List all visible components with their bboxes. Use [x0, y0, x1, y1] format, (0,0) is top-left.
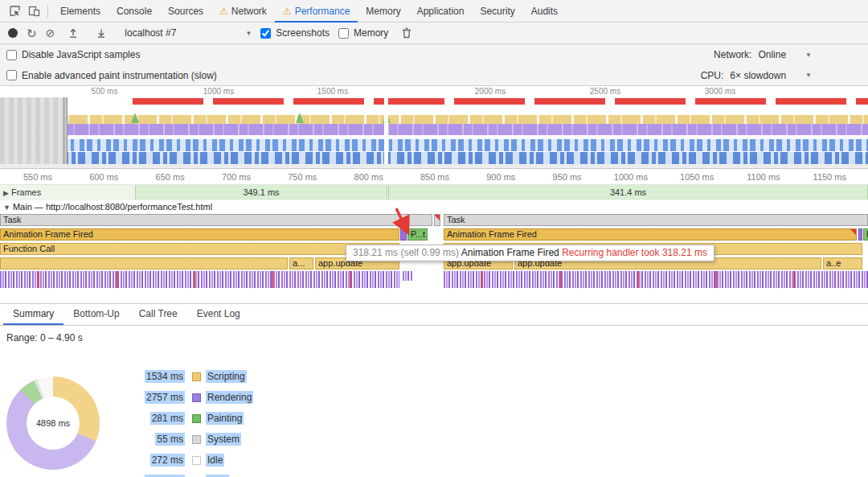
overview-tick: 3000 ms: [696, 87, 744, 96]
event-bar[interactable]: P: [863, 228, 868, 241]
chevron-down-icon: ▼: [805, 72, 812, 79]
clear-recording-button[interactable]: ⊘: [46, 27, 55, 39]
tab-network[interactable]: ⚠Network: [211, 0, 275, 23]
memory-label: Memory: [354, 27, 388, 39]
advanced-paint-toggle[interactable]: Enable advanced paint instrumentation (s…: [6, 70, 217, 81]
profile-select[interactable]: localhost #7 ▼: [125, 27, 252, 39]
donut-hole: 4898 ms: [27, 397, 80, 450]
memory-checkbox[interactable]: [338, 28, 349, 39]
overview-tick: 1000 ms: [194, 87, 243, 96]
frame-bar[interactable]: 349.1 ms: [135, 185, 387, 199]
legend-value: 55 ms: [155, 433, 185, 446]
paint-spike: [131, 113, 139, 123]
time-tick: 1050 ms: [667, 172, 714, 182]
disable-js-samples-checkbox[interactable]: [6, 50, 17, 60]
time-tick: 1100 ms: [734, 172, 780, 182]
chevron-down-icon: ▼: [245, 30, 252, 37]
trash-icon[interactable]: [397, 23, 416, 43]
tab-security[interactable]: Security: [472, 0, 522, 23]
frame-bar[interactable]: 341.4 ms: [388, 185, 868, 199]
timeline-overview[interactable]: 500 ms1000 ms1500 ms2000 ms2500 ms3000 m…: [0, 86, 868, 169]
tab-elements[interactable]: Elements: [52, 0, 108, 23]
legend-row: 1534 msScripting: [143, 366, 253, 387]
legend-label: Scripting: [206, 370, 247, 383]
tab-label: Security: [480, 6, 514, 17]
legend-swatch: [192, 414, 201, 423]
network-throttling-select[interactable]: Online ▼: [758, 49, 812, 60]
time-tick: 600 ms: [72, 172, 118, 182]
tab-label: Performance: [295, 6, 350, 17]
load-profile-icon[interactable]: [63, 23, 83, 43]
legend-row: 4898 msTotal: [143, 471, 253, 477]
tab-label: Network: [231, 6, 267, 17]
save-profile-icon[interactable]: [92, 23, 111, 43]
profile-select-value: localhost #7: [125, 27, 176, 39]
paint-spike: [296, 113, 304, 123]
tab-performance[interactable]: ⚠Performance: [275, 0, 358, 23]
cpu-throttling-value: 6× slowdown: [730, 70, 786, 81]
tab-audits[interactable]: Audits: [523, 0, 566, 23]
frames-track[interactable]: ▶Frames 349.1 ms341.4 ms: [0, 185, 868, 199]
tab-label: Console: [117, 6, 152, 17]
event-bar[interactable]: Animation Frame Fired: [0, 228, 399, 241]
frames-track-label[interactable]: ▶Frames: [3, 185, 41, 200]
tab-console[interactable]: Console: [108, 0, 160, 23]
event-bar[interactable]: Task: [0, 214, 432, 226]
time-tick: 750 ms: [270, 172, 317, 182]
selection-left-handle[interactable]: [63, 97, 68, 164]
time-tick: 650 ms: [138, 172, 185, 182]
disable-js-samples-label: Disable JavaScript samples: [22, 49, 140, 60]
summary-legend: 1534 msScripting2757 msRendering281 msPa…: [143, 366, 253, 477]
device-toolbar-icon[interactable]: [24, 2, 43, 21]
tab-label: Application: [417, 6, 465, 17]
event-bar[interactable]: Task: [444, 214, 868, 226]
legend-value: 281 ms: [150, 412, 185, 425]
tab-summary[interactable]: Summary: [3, 304, 63, 325]
js-samples-comb: [403, 271, 413, 281]
memory-toggle[interactable]: Memory: [338, 27, 388, 39]
advanced-paint-checkbox[interactable]: [6, 70, 17, 80]
event-bar[interactable]: Function Call: [0, 243, 399, 255]
screenshot-filmstrip: [0, 139, 868, 151]
event-bar[interactable]: a..e: [823, 257, 862, 269]
inspect-element-icon[interactable]: [5, 2, 24, 21]
frames-title: Frames: [11, 187, 41, 197]
main-track-title: Main — http://localhost:8080/performance…: [13, 202, 212, 212]
warning-icon: ⚠: [283, 6, 292, 17]
tab-bottom-up[interactable]: Bottom-Up: [63, 304, 129, 325]
expand-icon[interactable]: ▶: [3, 189, 9, 197]
tooltip-warning: Recurring handler took 318.21 ms: [562, 247, 707, 258]
event-bar[interactable]: a...: [289, 257, 313, 269]
tab-memory[interactable]: Memory: [358, 0, 408, 23]
tab-sources[interactable]: Sources: [160, 0, 211, 23]
overview-unselected-region: [0, 97, 63, 164]
event-bar[interactable]: [434, 214, 440, 226]
reload-and-record-button[interactable]: ↻: [27, 27, 37, 39]
legend-row: 2757 msRendering: [143, 387, 253, 408]
settings-row-1: Disable JavaScript samples Network: Onli…: [0, 44, 868, 65]
time-tick: 950 ms: [535, 172, 582, 182]
tab-event-log[interactable]: Event Log: [187, 304, 250, 325]
js-samples-comb: [444, 271, 868, 288]
collapse-icon[interactable]: ▼: [3, 204, 10, 212]
cpu-throttling-select[interactable]: 6× slowdown ▼: [730, 70, 812, 81]
legend-swatch: [192, 456, 201, 465]
long-task-marker: [850, 229, 856, 235]
legend-label: System: [206, 433, 241, 446]
tab-call-tree[interactable]: Call Tree: [129, 304, 187, 325]
overview-gap: [384, 97, 388, 164]
legend-swatch: [192, 393, 201, 402]
warning-icon: ⚠: [219, 6, 228, 17]
event-bar[interactable]: [0, 257, 288, 269]
tab-application[interactable]: Application: [409, 0, 473, 23]
range-label: Range: 0 – 4.90 s: [6, 332, 83, 343]
overview-tick: 2500 ms: [581, 87, 629, 96]
screenshots-toggle[interactable]: Screenshots: [260, 27, 330, 39]
disable-js-samples-toggle[interactable]: Disable JavaScript samples: [6, 49, 140, 60]
network-label: Network:: [714, 49, 751, 60]
event-bar[interactable]: [858, 228, 862, 241]
main-track-header[interactable]: ▼Main — http://localhost:8080/performanc…: [0, 199, 868, 213]
record-button[interactable]: [8, 28, 18, 38]
screenshots-checkbox[interactable]: [260, 28, 271, 39]
event-bar[interactable]: Animation Frame Fired: [444, 228, 857, 241]
